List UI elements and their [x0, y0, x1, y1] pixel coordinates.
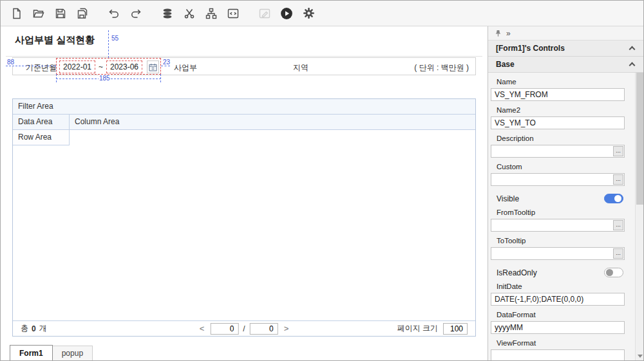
form-tabs: Form1 popup	[10, 345, 93, 361]
prop-input-viewformat[interactable]	[491, 349, 625, 360]
tab-form1[interactable]: Form1	[10, 345, 53, 361]
total-suffix: 개	[39, 323, 47, 334]
toggle-knob	[606, 269, 613, 276]
tab-popup[interactable]: popup	[53, 346, 93, 361]
pivot-filter-area[interactable]: Filter Area	[13, 99, 475, 115]
total-count: 0	[32, 324, 36, 333]
guide-line-top	[108, 30, 109, 58]
prop-label-initdate: InitDate	[497, 282, 625, 290]
scrollbar-thumb[interactable]	[636, 73, 643, 205]
controls-section-header[interactable]: [Form1]'s Controls	[488, 41, 643, 57]
title-divider	[6, 56, 482, 57]
data-source-button[interactable]	[158, 4, 177, 23]
base-section-header[interactable]: Base	[488, 57, 643, 73]
region-label: 지역	[293, 62, 308, 73]
settings-button[interactable]	[299, 4, 318, 23]
date-to-input[interactable]	[106, 60, 142, 73]
new-file-button[interactable]	[7, 4, 26, 23]
pin-icon[interactable]	[495, 30, 502, 37]
prop-input-name2[interactable]	[491, 116, 625, 129]
prop-label-totooltip: ToTooltip	[497, 237, 625, 245]
prop-label-dataformat: DataFormat	[497, 311, 625, 319]
isreadonly-toggle[interactable]	[604, 268, 623, 277]
prop-label-isreadonly: IsReadOnly	[497, 268, 537, 277]
form-title: 사업부별 실적현황	[15, 34, 95, 46]
prop-input-name[interactable]	[491, 88, 625, 101]
calendar-button[interactable]	[147, 60, 159, 73]
page-size-input[interactable]	[443, 323, 468, 335]
scroll-down-button[interactable]	[636, 352, 643, 360]
pivot-column-area[interactable]: Column Area	[70, 115, 475, 129]
prop-input-custom[interactable]	[491, 173, 625, 186]
prop-input-description[interactable]	[491, 145, 625, 158]
unit-label: ( 단위 : 백만원 )	[414, 62, 469, 73]
division-label: 사업부	[174, 62, 197, 73]
cut-button[interactable]	[180, 4, 199, 23]
pivot-pagination: 총 0 개 < / > 페이지 크기	[13, 320, 475, 336]
toolbar	[1, 1, 643, 26]
current-page-input[interactable]	[210, 323, 238, 335]
controls-header-label: [Form1]'s Controls	[496, 44, 565, 53]
filter-bar: 기준년월 ~ 사업부 지역 ( 단위 : 백만원 )	[12, 57, 476, 75]
properties-list: Name Name2 Description ... Custom ... Vi…	[488, 73, 635, 360]
calendar-icon	[149, 63, 157, 71]
prop-label-viewformat: ViewFormat	[497, 339, 625, 347]
chevron-up-icon	[629, 62, 636, 69]
design-canvas[interactable]: 사업부별 실적현황 기준년월 ~ 사업부 지역 ( 단위 : 백만원 ) 55 …	[1, 26, 488, 360]
prop-label-name: Name	[497, 78, 625, 86]
next-page-button[interactable]: >	[283, 324, 290, 333]
save-button[interactable]	[51, 4, 70, 23]
chevron-up-icon	[629, 46, 636, 53]
page-size-label: 페이지 크기	[397, 323, 438, 334]
prop-label-name2: Name2	[497, 106, 625, 114]
total-prefix: 총	[21, 323, 28, 334]
description-ellipsis-button[interactable]: ...	[613, 146, 623, 156]
totooltip-ellipsis-button[interactable]: ...	[613, 248, 623, 259]
prev-page-button[interactable]: <	[198, 324, 206, 333]
toggle-knob	[614, 195, 621, 202]
panel-scrollbar[interactable]	[635, 73, 643, 360]
arrow-down-icon	[638, 355, 643, 358]
visible-toggle[interactable]	[604, 194, 623, 203]
custom-ellipsis-button[interactable]: ...	[613, 174, 623, 185]
page-separator: /	[243, 324, 245, 333]
prop-label-description: Description	[497, 134, 625, 142]
sitemap-button[interactable]	[202, 4, 221, 23]
collapse-panel-button[interactable]: »	[506, 29, 511, 38]
edit-button[interactable]	[255, 4, 274, 23]
pivot-row-area[interactable]: Row Area	[13, 130, 70, 145]
properties-panel: » [Form1]'s Controls Base Name Name2 Des…	[488, 26, 643, 360]
pivot-data-area[interactable]: Data Area	[13, 115, 70, 129]
prop-input-initdate[interactable]	[491, 293, 625, 306]
pivot-body[interactable]	[13, 145, 475, 320]
prop-input-fromtooltip[interactable]	[491, 219, 625, 232]
guide-value-width: 185	[99, 75, 111, 82]
prop-label-visible: Visible	[497, 194, 519, 203]
pivot-grid: Filter Area Data Area Column Area Row Ar…	[12, 98, 476, 337]
fromtooltip-ellipsis-button[interactable]: ...	[613, 220, 623, 230]
period-label: 기준년월	[26, 62, 57, 73]
prop-input-dataformat[interactable]	[491, 321, 625, 334]
run-button[interactable]	[277, 4, 296, 23]
guide-value-top: 55	[111, 35, 119, 42]
code-view-button[interactable]	[223, 4, 243, 23]
save-all-button[interactable]	[73, 4, 92, 23]
prop-input-totooltip[interactable]	[491, 247, 625, 260]
prop-label-fromtooltip: FromTooltip	[497, 208, 625, 216]
guide-line-width	[56, 79, 161, 79]
prop-label-custom: Custom	[497, 163, 625, 171]
total-pages-input[interactable]	[250, 323, 278, 335]
range-separator: ~	[99, 62, 103, 71]
base-header-label: Base	[496, 60, 515, 69]
app-window: 사업부별 실적현황 기준년월 ~ 사업부 지역 ( 단위 : 백만원 ) 55 …	[0, 0, 644, 361]
date-from-input[interactable]	[59, 60, 95, 73]
undo-button[interactable]	[104, 4, 124, 23]
open-folder-button[interactable]	[29, 4, 48, 23]
redo-button[interactable]	[126, 4, 146, 23]
panel-toolbar: »	[488, 26, 643, 41]
